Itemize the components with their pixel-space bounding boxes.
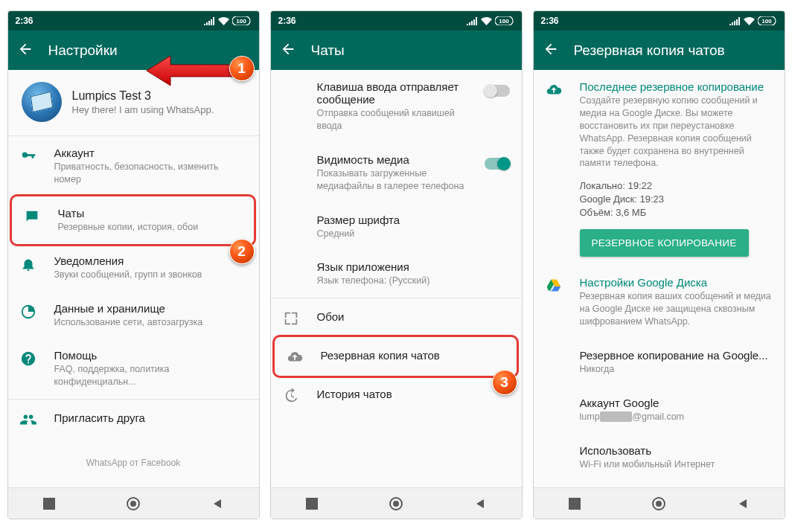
status-right: 100 <box>204 16 252 25</box>
settings-account-title: Аккаунт <box>54 147 247 159</box>
status-time: 2:36 <box>278 16 296 26</box>
spacer-icon <box>283 262 299 278</box>
phone-settings: 2:36 100 Настройки 1 Lumpics Test 3 Hey … <box>7 10 260 519</box>
signal-icon <box>729 17 741 25</box>
media-sub: Показывать загруженные медиафайлы в гале… <box>317 167 467 193</box>
spacer-icon <box>546 446 562 462</box>
account-title: Аккаунт Google <box>580 397 773 409</box>
wifi-icon <box>744 17 755 25</box>
status-right: 100 <box>729 16 777 25</box>
settings-invite-title: Пригласить друга <box>54 410 247 424</box>
svg-rect-15 <box>569 498 581 510</box>
people-icon <box>20 411 36 428</box>
svg-point-4 <box>130 501 136 507</box>
nav-home-icon[interactable] <box>389 496 403 511</box>
nav-recent-icon[interactable] <box>569 498 581 510</box>
media-title: Видимость медиа <box>317 153 467 166</box>
history-label: История чатов <box>317 386 510 400</box>
chats-wallpaper[interactable]: Обои <box>271 298 522 337</box>
step-badge-3: 3 <box>492 370 517 395</box>
backup-account[interactable]: Аккаунт Google lumpxxxxxxx@gmail.com <box>534 386 785 434</box>
signal-icon <box>467 17 478 25</box>
lang-sub: Язык телефона: (Русский) <box>317 275 510 287</box>
settings-chats-title: Чаты <box>58 207 242 219</box>
settings-data-title: Данные и хранилище <box>54 302 247 315</box>
svg-point-17 <box>656 501 662 507</box>
back-icon[interactable] <box>543 41 559 60</box>
network-sub: Wi-Fi или мобильный Интернет <box>580 458 773 471</box>
settings-help[interactable]: Помощь FAQ, поддержка, политика конфиден… <box>8 339 259 399</box>
chats-backup[interactable]: Резервная копия чатов <box>275 337 517 376</box>
key-icon <box>20 148 36 164</box>
nav-back-icon[interactable] <box>737 498 749 510</box>
battery-icon: 100 <box>758 16 777 25</box>
settings-notifications[interactable]: Уведомления Звуки сообщений, групп и зво… <box>8 244 259 292</box>
gdrive-icon <box>546 278 562 294</box>
backup-freq-sub: Никогда <box>580 363 773 376</box>
enter-title: Клавиша ввода отправляет сообщение <box>317 80 467 106</box>
back-icon[interactable] <box>280 41 296 60</box>
help-icon <box>20 350 36 367</box>
callout-arrow-icon <box>147 54 243 87</box>
chats-font-size[interactable]: Размер шрифта Средний <box>271 203 522 251</box>
chats-media-visibility[interactable]: Видимость медиа Показывать загруженные м… <box>271 143 522 203</box>
backup-size: Объём: 3,6 МБ <box>580 207 774 218</box>
system-nav <box>534 487 785 519</box>
signal-icon <box>204 17 215 25</box>
settings-content: Lumpics Test 3 Hey there! I am using Wha… <box>8 70 259 487</box>
last-backup-section: Последнее резервное копирование Создайте… <box>534 70 785 180</box>
settings-help-sub: FAQ, поддержка, политика конфиденциальн.… <box>54 363 247 388</box>
nav-home-icon[interactable] <box>126 496 141 511</box>
backup-network[interactable]: Использовать Wi-Fi или мобильный Интерне… <box>534 434 785 481</box>
settings-account[interactable]: Аккаунт Приватность, безопасность, измен… <box>8 136 259 196</box>
spacer-icon <box>546 398 562 414</box>
system-nav <box>271 487 522 519</box>
app-bar: Чаты <box>271 31 522 70</box>
chats-content: Клавиша ввода отправляет сообщение Отпра… <box>271 70 522 487</box>
nav-recent-icon[interactable] <box>43 498 55 510</box>
status-bar: 2:36 100 <box>8 11 259 31</box>
spacer-icon <box>283 82 299 98</box>
wallpaper-icon <box>283 310 299 327</box>
page-title: Резервная копия чатов <box>574 42 725 59</box>
system-nav <box>8 487 259 519</box>
status-time: 2:36 <box>541 16 559 26</box>
chats-app-language[interactable]: Язык приложения Язык телефона: (Русский) <box>271 250 522 298</box>
nav-back-icon[interactable] <box>474 498 486 510</box>
back-icon[interactable] <box>17 41 33 60</box>
cloud-upload-icon <box>287 349 303 365</box>
network-title: Использовать <box>580 444 773 457</box>
nav-back-icon[interactable] <box>211 498 223 510</box>
settings-help-title: Помощь <box>54 349 247 362</box>
nav-home-icon[interactable] <box>651 496 666 511</box>
settings-chats-sub: Резервные копии, история, обои <box>58 221 242 234</box>
nav-recent-icon[interactable] <box>306 498 318 510</box>
chats-history[interactable]: История чатов <box>271 376 522 414</box>
footer-note: WhatsApp от Facebook <box>8 438 259 477</box>
battery-icon: 100 <box>232 16 252 25</box>
status-bar: 2:36 100 <box>534 11 785 31</box>
highlight-backup: Резервная копия чатов <box>272 335 519 378</box>
settings-chats[interactable]: Чаты Резервные копии, история, обои <box>12 196 254 244</box>
enter-sub: Отправка сообщений клавишей ввода <box>317 107 467 132</box>
svg-rect-2 <box>43 498 55 510</box>
highlight-chats: Чаты Резервные копии, история, обои <box>10 194 256 246</box>
chats-enter-send[interactable]: Клавиша ввода отправляет сообщение Отпра… <box>271 70 522 143</box>
svg-rect-7 <box>306 498 318 510</box>
backup-content: Последнее резервное копирование Создайте… <box>534 70 785 487</box>
status-time: 2:36 <box>16 16 33 26</box>
page-title: Чаты <box>311 42 345 59</box>
profile-status: Hey there! I am using WhatsApp. <box>72 104 214 115</box>
toggle-media-visibility[interactable] <box>485 158 510 170</box>
settings-data[interactable]: Данные и хранилище Использование сети, а… <box>8 292 259 339</box>
settings-invite[interactable]: Пригласить друга <box>8 400 259 438</box>
backup-frequency[interactable]: Резервное копирование на Google... Никог… <box>534 339 785 386</box>
spacer-icon <box>283 215 299 231</box>
backup-info: Локально: 19:22 Google Диск: 19:23 Объём… <box>534 180 785 261</box>
backup-button[interactable]: РЕЗЕРВНОЕ КОПИРОВАНИЕ <box>580 229 749 257</box>
toggle-enter-send[interactable] <box>485 85 510 97</box>
step-badge-1: 1 <box>229 56 255 81</box>
spacer-icon <box>546 350 562 367</box>
chat-icon <box>24 208 40 225</box>
avatar <box>22 82 62 122</box>
